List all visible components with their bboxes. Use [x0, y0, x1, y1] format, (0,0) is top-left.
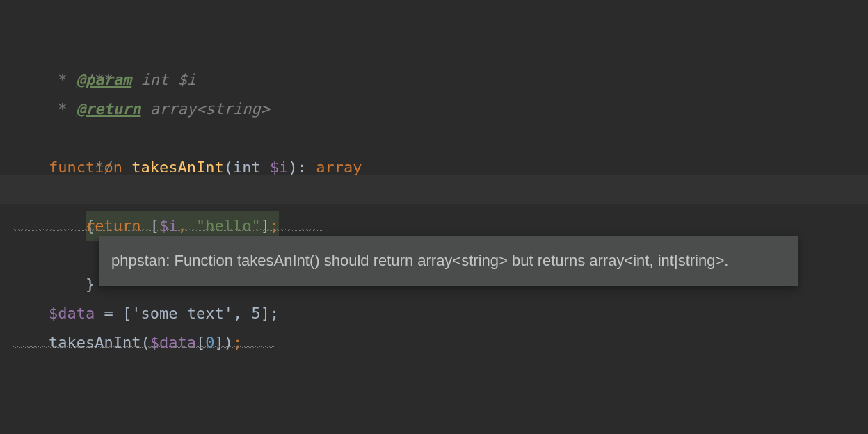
semicolon: ;	[270, 217, 279, 234]
paren-open: (	[224, 159, 233, 176]
call-paren-open: (	[140, 334, 150, 351]
bracket-close: ]	[261, 217, 270, 234]
param-var: $i	[177, 71, 196, 88]
docblock-star: *	[49, 100, 77, 118]
code-line: */	[49, 124, 868, 153]
code-editor[interactable]: /** * @param int $i * @return array<stri…	[0, 0, 868, 357]
string-literal: "hello"	[196, 217, 261, 234]
param-variable: $i	[270, 159, 289, 176]
docblock-star: *	[49, 71, 77, 88]
return-type: array<string>	[140, 100, 269, 118]
call-paren-close: )	[224, 334, 233, 351]
comma: ,	[177, 217, 196, 234]
return-tag: @return	[77, 100, 141, 118]
function-keyword: function	[49, 159, 131, 176]
return-keyword: return	[86, 217, 150, 234]
param-tag: @param	[77, 71, 131, 88]
array-index: 0	[205, 334, 214, 351]
code-line: {	[49, 182, 868, 211]
call-semicolon: ;	[233, 334, 242, 351]
indent	[49, 217, 86, 234]
assignment: = ['some text', 5];	[95, 305, 279, 322]
code-line: $data = ['some text', 5];	[49, 299, 868, 328]
colon: :	[298, 159, 316, 176]
code-line: * @return array<string>	[49, 95, 868, 124]
code-line: /**	[49, 36, 868, 65]
bracket-open: [	[150, 217, 159, 234]
function-call: takesAnInt	[49, 334, 140, 351]
code-line: takesAnInt($data[0]);	[49, 328, 868, 357]
index-bracket-open: [	[196, 334, 205, 351]
param-type: int	[131, 71, 177, 88]
array-var: $i	[159, 217, 178, 234]
warning-squiggle	[13, 345, 274, 348]
return-type-hint: array	[316, 159, 362, 176]
tooltip-message: phpstan: Function takesAnInt() should re…	[111, 252, 728, 269]
code-line: * @param int $i	[49, 65, 868, 95]
code-line: function takesAnInt(int $i): array	[49, 153, 868, 182]
warning-squiggle	[13, 228, 323, 231]
function-name: takesAnInt	[131, 159, 223, 176]
index-bracket-close: ]	[214, 334, 223, 351]
error-tooltip: phpstan: Function takesAnInt() should re…	[99, 236, 798, 286]
call-arg-var: $data	[150, 334, 196, 351]
paren-close: )	[288, 159, 297, 176]
data-variable: $data	[49, 305, 95, 322]
param-type-hint: int	[233, 159, 270, 176]
